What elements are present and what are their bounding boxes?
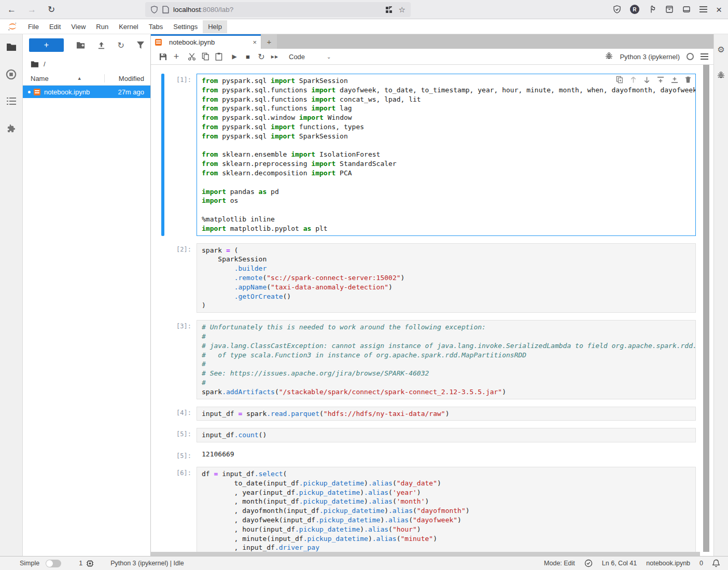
- window-close-icon[interactable]: ×: [716, 5, 722, 15]
- privacy-shield-icon[interactable]: [613, 5, 621, 13]
- notebook-file-icon: [34, 89, 40, 95]
- cell-hover-toolbar: [616, 76, 691, 84]
- move-down-cell-icon[interactable]: [643, 76, 650, 84]
- jupyter-logo: [7, 21, 18, 32]
- kernel-status-icon[interactable]: [687, 53, 694, 60]
- cell-input-editor[interactable]: df = input_df.select( to_date(input_df.p…: [197, 467, 696, 555]
- kernel-name[interactable]: Python 3 (ipykernel): [620, 53, 680, 61]
- delete-cell-icon[interactable]: [685, 76, 691, 84]
- column-modified[interactable]: Modified: [105, 75, 150, 82]
- debugger-sidebar-icon[interactable]: [717, 71, 725, 79]
- restart-run-all-icon[interactable]: ▶▶: [268, 54, 282, 59]
- library-archive-icon[interactable]: [665, 5, 674, 13]
- menu-view[interactable]: View: [66, 20, 91, 33]
- code-cell: [5]:input_df.count(): [161, 428, 696, 442]
- upload-icon[interactable]: [97, 41, 105, 49]
- stop-kernel-icon[interactable]: ■: [241, 53, 255, 61]
- refresh-icon[interactable]: ↻: [118, 40, 124, 50]
- browser-reload-icon[interactable]: ↻: [48, 5, 55, 14]
- jupyter-menubar: File Edit View Run Kernel Tabs Settings …: [0, 19, 728, 34]
- cell-type-dropdown[interactable]: Code ⌄: [289, 53, 331, 61]
- horizontal-scrollbar[interactable]: [151, 552, 700, 556]
- vertical-scrollbar[interactable]: [703, 65, 709, 552]
- file-browser-tab-icon[interactable]: [6, 41, 17, 53]
- file-list: notebook.ipynb27m ago: [23, 86, 150, 98]
- cell-input-editor[interactable]: from pyspark.sql import SparkSessionfrom…: [197, 74, 696, 236]
- file-browser-panel: + ↻ / Name ▲ Modified notebook.ipynb27m: [23, 34, 151, 556]
- menu-run[interactable]: Run: [91, 20, 114, 33]
- unsaved-dot-icon: [28, 91, 31, 93]
- mode-indicator[interactable]: Mode: Edit: [544, 560, 575, 567]
- move-up-cell-icon[interactable]: [630, 76, 637, 84]
- code-cell: [6]:df = input_df.select( to_date(input_…: [161, 467, 696, 555]
- running-sessions-status[interactable]: 1: [79, 560, 94, 567]
- breadcrumb[interactable]: /: [23, 56, 150, 72]
- menu-settings[interactable]: Settings: [168, 20, 203, 33]
- duplicate-cell-icon[interactable]: [616, 76, 623, 84]
- browser-back-icon[interactable]: ←: [7, 5, 16, 14]
- code-cell: [4]:input_df = spark.read.parquet("hdfs:…: [161, 407, 696, 421]
- url-path: :8080/lab?: [201, 6, 233, 13]
- cell-input-editor[interactable]: input_df.count(): [197, 428, 696, 442]
- browser-menu-icon[interactable]: [699, 6, 707, 12]
- menu-help[interactable]: Help: [203, 20, 227, 33]
- menu-file[interactable]: File: [23, 20, 44, 33]
- column-name[interactable]: Name: [31, 75, 49, 82]
- sort-arrow-icon[interactable]: ▲: [77, 76, 82, 81]
- browser-forward-icon[interactable]: →: [27, 5, 36, 14]
- cursor-position[interactable]: Ln 6, Col 41: [602, 560, 637, 567]
- new-folder-icon[interactable]: [76, 41, 85, 49]
- run-cell-icon[interactable]: ▶: [228, 53, 241, 60]
- tracking-shield-icon[interactable]: [150, 6, 158, 13]
- notebook-panel: notebook.ipynb × + + ▶ ■ ↻ ▶▶: [151, 34, 713, 556]
- cell-input-editor[interactable]: # Unfortunately this is needed to work a…: [197, 320, 696, 399]
- notebook-tab[interactable]: notebook.ipynb ×: [151, 34, 261, 49]
- status-bar: Simple 1 Python 3 (ipykernel) | Idle Mod…: [0, 556, 728, 570]
- paste-cell-icon[interactable]: [212, 52, 226, 61]
- notebook-toolbar: + ▶ ■ ↻ ▶▶ Code ⌄ P: [151, 49, 713, 65]
- cut-cell-icon[interactable]: [185, 53, 199, 61]
- statusbar-filename[interactable]: notebook.ipynb: [646, 560, 690, 567]
- extension-icon[interactable]: [648, 5, 656, 13]
- containers-grid-icon[interactable]: [385, 6, 393, 13]
- trust-shield-icon[interactable]: [584, 559, 593, 567]
- toolbar-overflow-icon[interactable]: [701, 53, 708, 60]
- running-sessions-icon[interactable]: [6, 68, 17, 80]
- url-host: localhost: [173, 6, 201, 13]
- table-of-contents-icon[interactable]: [6, 95, 17, 107]
- menu-tabs[interactable]: Tabs: [144, 20, 168, 33]
- save-icon[interactable]: [156, 53, 170, 61]
- browser-toolbar: ← → ↻ localhost:8080/lab? ☆ R: [0, 0, 728, 19]
- profile-avatar[interactable]: R: [630, 5, 639, 14]
- breadcrumb-root[interactable]: /: [44, 60, 46, 68]
- sidebar-toggle-icon[interactable]: [682, 5, 691, 13]
- new-tab-button[interactable]: +: [261, 34, 277, 49]
- page-info-icon[interactable]: [162, 6, 169, 13]
- new-launcher-button[interactable]: +: [29, 38, 64, 52]
- bookmark-star-icon[interactable]: ☆: [399, 6, 405, 13]
- file-list-header: Name ▲ Modified: [23, 72, 150, 86]
- execution-prompt: [1]:: [164, 74, 197, 236]
- url-text[interactable]: localhost:8080/lab?: [173, 6, 385, 13]
- menu-edit[interactable]: Edit: [44, 20, 66, 33]
- filter-icon[interactable]: [137, 41, 144, 49]
- copy-cell-icon[interactable]: [199, 52, 212, 61]
- cell-input-editor[interactable]: spark = ( SparkSession .builder .remote(…: [197, 243, 696, 313]
- add-cell-icon[interactable]: +: [170, 51, 183, 62]
- kernel-status-text[interactable]: Python 3 (ipykernel) | Idle: [110, 560, 184, 567]
- debugger-bug-icon[interactable]: [605, 52, 613, 62]
- file-list-item[interactable]: notebook.ipynb27m ago: [23, 86, 150, 98]
- insert-above-cell-icon[interactable]: [657, 76, 664, 84]
- restart-kernel-icon[interactable]: ↻: [255, 52, 268, 62]
- extensions-puzzle-icon[interactable]: [6, 122, 17, 134]
- browser-address-bar[interactable]: localhost:8080/lab? ☆: [145, 2, 411, 17]
- insert-below-cell-icon[interactable]: [671, 76, 678, 84]
- property-inspector-icon[interactable]: ⚙: [717, 45, 724, 54]
- bell-icon[interactable]: [712, 559, 720, 567]
- breadcrumb-folder-icon: [31, 61, 39, 67]
- menu-kernel[interactable]: Kernel: [114, 20, 144, 33]
- tab-close-icon[interactable]: ×: [253, 38, 257, 46]
- notifications-count[interactable]: 0: [699, 560, 703, 567]
- simple-mode-toggle[interactable]: [46, 560, 61, 567]
- cell-input-editor[interactable]: input_df = spark.read.parquet("hdfs://hd…: [197, 407, 696, 421]
